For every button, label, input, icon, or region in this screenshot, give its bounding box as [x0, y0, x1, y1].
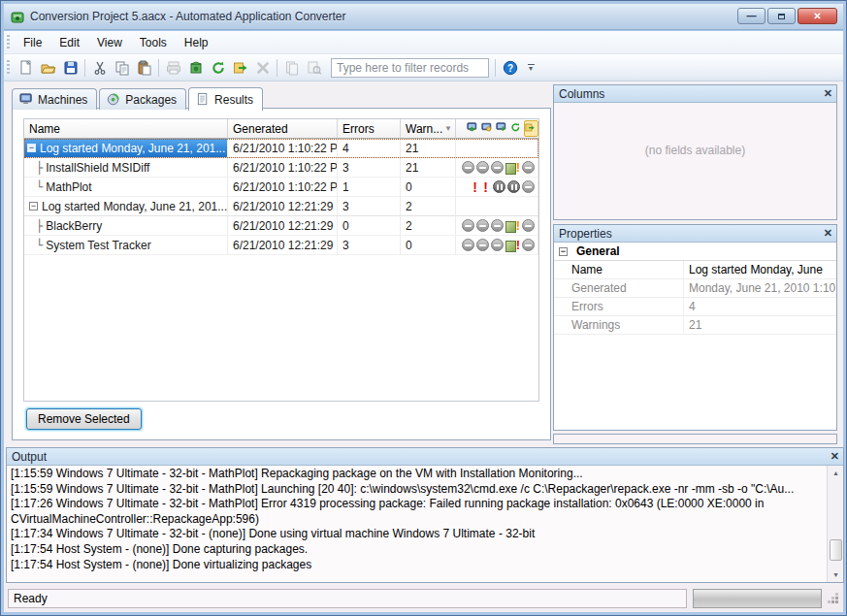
skipped-icon	[522, 161, 535, 174]
output-line: [1:17:26 Windows 7 Ultimate - 32-bit - M…	[11, 497, 823, 512]
cell-errors: 3	[338, 236, 401, 255]
output-scrollbar[interactable]: ▲ ▼	[827, 466, 843, 582]
paste-icon	[137, 60, 152, 76]
table-row[interactable]: └MathPlot6/21/2010 1:10:22 PM10!!	[24, 178, 538, 197]
property-row[interactable]: Errors4	[554, 298, 836, 316]
help-button[interactable]: ?	[499, 57, 521, 79]
toolbar-overflow-icon[interactable]: ▾	[525, 64, 537, 72]
tab-packages[interactable]: Packages	[99, 88, 186, 110]
properties-panel-header[interactable]: Properties ✕	[554, 225, 836, 243]
cell-name: └MathPlot	[24, 178, 228, 197]
columns-panel-header[interactable]: Columns ✕	[554, 85, 836, 103]
scrollbar-thumb[interactable]	[830, 539, 842, 561]
app-window: Conversion Project 5.aacx - Automated Ap…	[0, 0, 847, 616]
close-icon[interactable]: ✕	[824, 88, 832, 99]
table-row[interactable]: ├InstallShield MSIDiff6/21/2010 1:10:22 …	[24, 158, 538, 178]
output-panel-header[interactable]: Output ✕	[7, 448, 843, 466]
cell-status-icons	[456, 139, 538, 158]
cut-button[interactable]	[88, 57, 111, 79]
vm-snapshot-icon[interactable]	[480, 120, 495, 137]
skipped-icon	[522, 239, 535, 251]
results-table[interactable]: NameGeneratedErrorsWarn...▼ −Log started…	[23, 118, 539, 402]
filter-input[interactable]	[331, 58, 489, 78]
skipped-icon	[522, 180, 535, 193]
cell-name: ├BlackBerry	[24, 216, 228, 236]
close-icon[interactable]: ✕	[831, 451, 839, 462]
resize-grip[interactable]	[828, 593, 839, 604]
menu-tools[interactable]: Tools	[131, 33, 176, 52]
export-icon[interactable]	[524, 120, 538, 137]
column-header-generated[interactable]: Generated	[228, 119, 338, 139]
row-name: InstallShield MSIDiff	[46, 161, 149, 175]
client-area: MachinesPackagesResults NameGeneratedErr…	[4, 81, 843, 586]
skipped-icon	[522, 219, 535, 232]
tree-branch: └	[36, 239, 43, 252]
tree-branch: ├	[36, 219, 43, 233]
title-bar[interactable]: Conversion Project 5.aacx - Automated Ap…	[4, 4, 843, 30]
properties-panel-title: Properties	[559, 227, 612, 241]
build-package-button[interactable]	[184, 57, 207, 79]
window-title: Conversion Project 5.aacx - Automated Ap…	[30, 10, 346, 23]
output-line: CVirtualMachineController::RepackageApp:…	[11, 512, 823, 528]
scroll-down-icon[interactable]: ▼	[828, 567, 844, 582]
column-header-warn[interactable]: Warn...▼	[401, 119, 456, 139]
vm-import-icon[interactable]	[466, 120, 480, 137]
monitor-icon	[19, 92, 34, 107]
cut-icon	[92, 60, 108, 76]
tab-results[interactable]: Results	[188, 87, 263, 111]
error-icon: !	[470, 179, 480, 195]
menu-edit[interactable]: Edit	[50, 33, 88, 52]
restore-button[interactable]	[767, 8, 796, 24]
collapse-icon[interactable]: −	[27, 144, 36, 152]
save-button[interactable]	[59, 57, 81, 79]
preview-icon	[307, 60, 322, 76]
refresh-icon[interactable]	[509, 120, 524, 137]
toolbar-grip[interactable]	[7, 60, 10, 76]
open-button[interactable]	[37, 57, 59, 79]
table-row[interactable]: −Log started Monday, June 21, 201...6/21…	[24, 197, 538, 216]
tab-label: Machines	[38, 93, 87, 107]
cell-errors: 3	[338, 158, 401, 178]
scroll-up-icon[interactable]: ▲	[828, 466, 844, 480]
table-row[interactable]: ├BlackBerry6/21/2010 12:21:29 ...02	[24, 216, 538, 236]
property-label: Errors	[554, 298, 684, 315]
table-row[interactable]: └System Test Tracker6/21/2010 12:21:29 .…	[24, 236, 538, 255]
cell-errors: 0	[338, 216, 401, 236]
menu-file[interactable]: File	[15, 33, 50, 52]
column-header-errors[interactable]: Errors	[338, 119, 401, 139]
property-row[interactable]: NameLog started Monday, June	[554, 261, 836, 279]
deploy-export-button[interactable]	[229, 57, 251, 79]
property-row[interactable]: GeneratedMonday, June 21, 2010 1:10	[554, 279, 836, 298]
new-button[interactable]	[15, 57, 37, 79]
skipped-icon	[462, 219, 474, 232]
paste-button[interactable]	[133, 57, 155, 79]
column-header-name[interactable]: Name	[24, 119, 228, 139]
build-package-icon	[188, 60, 204, 76]
minimize-button[interactable]: —	[737, 8, 766, 24]
error-icon: !	[480, 179, 491, 195]
properties-group-general[interactable]: − General	[554, 243, 836, 261]
close-icon[interactable]: ✕	[824, 228, 832, 239]
package-warning-icon	[505, 219, 520, 233]
remove-selected-button[interactable]: Remove Selected	[26, 408, 142, 430]
table-header-row: NameGeneratedErrorsWarn...▼	[24, 119, 538, 139]
tab-label: Packages	[125, 93, 177, 107]
menu-view[interactable]: View	[88, 33, 131, 52]
output-log[interactable]: [1:15:59 Windows 7 Ultimate - 32-bit - M…	[8, 466, 826, 581]
menu-help[interactable]: Help	[176, 33, 217, 52]
collapsed-panel-strip[interactable]	[553, 434, 837, 444]
filter-dropdown-icon[interactable]: ▼	[444, 124, 452, 133]
table-row[interactable]: −Log started Monday, June 21, 201...6/21…	[24, 139, 538, 158]
tab-machines[interactable]: Machines	[12, 88, 97, 110]
run-refresh-button[interactable]	[207, 57, 229, 79]
cell-status-icons	[456, 197, 538, 216]
copy-button[interactable]	[111, 57, 133, 79]
property-row[interactable]: Warnings21	[554, 316, 836, 335]
menubar-grip[interactable]	[7, 35, 10, 50]
close-button[interactable]: ✕	[798, 8, 837, 24]
collapse-icon[interactable]: −	[29, 202, 38, 211]
vm-capture-icon[interactable]	[495, 120, 509, 137]
output-line: [1:17:34 Windows 7 Ultimate - 32-bit - (…	[11, 527, 823, 542]
output-line: [1:15:59 Windows 7 Ultimate - 32-bit - M…	[11, 467, 823, 482]
collapse-icon[interactable]: −	[559, 247, 568, 256]
